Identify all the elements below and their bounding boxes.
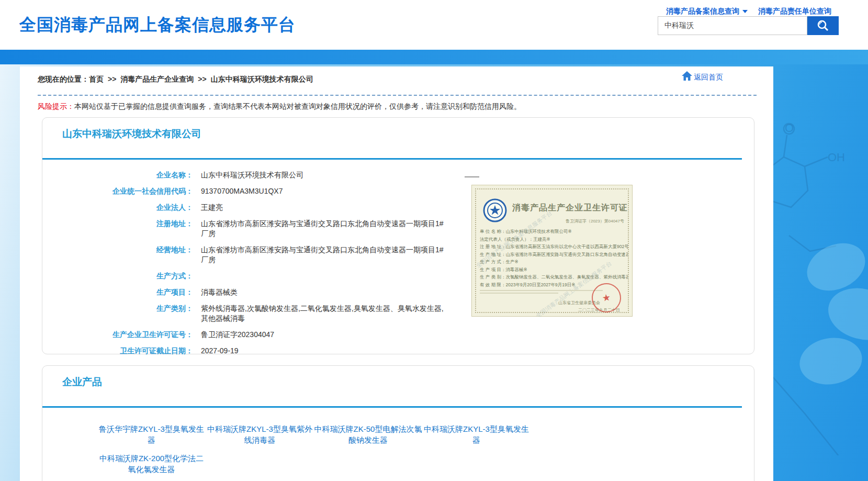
header-band bbox=[0, 50, 868, 64]
certificate-line: 生 产 类 别：次氯酸钠发生器、二氧化氯发生器、臭氧发生器、紫外线消毒器※ bbox=[480, 273, 628, 281]
field-label: 企业统一社会信用代码： bbox=[42, 186, 193, 196]
back-home-label: 返回首页 bbox=[694, 73, 723, 81]
products-card-title: 企业产品 bbox=[62, 375, 102, 389]
field-value: 消毒器械类 bbox=[201, 287, 238, 297]
breadcrumb-company-query-link[interactable]: 消毒产品生产企业查询 bbox=[120, 75, 194, 83]
field-value: 王建亮 bbox=[201, 203, 223, 212]
field-label: 生产项目： bbox=[42, 287, 193, 297]
product-link[interactable]: 中科瑞沃牌ZKYL-3型臭氧发生器 bbox=[422, 423, 531, 445]
certificate-line: 单 位 名 称：山东中科瑞沃环境技术有限公司※ bbox=[480, 228, 628, 236]
scan-dash-artifact bbox=[465, 176, 479, 177]
field-label: 卫生许可证截止日期： bbox=[42, 346, 193, 356]
field-row-production-category: 生产类别： 紫外线消毒器,次氯酸钠发生器,二氧化氯发生器,臭氧发生器、臭氧水发生… bbox=[42, 300, 467, 327]
company-info-card: 山东中科瑞沃环境技术有限公司 企业名称： 山东中科瑞沃环境技术有限公司 企业统一… bbox=[42, 117, 754, 354]
main-content: 您现在的位置：首页>>消毒产品生产企业查询>>山东中科瑞沃环境技术有限公司 返回… bbox=[20, 66, 773, 481]
search-button[interactable] bbox=[807, 16, 839, 35]
certificate-fineprint bbox=[480, 293, 558, 294]
home-icon bbox=[681, 71, 693, 81]
product-link[interactable]: 中科瑞沃牌ZK-50型电解法次氯酸钠发生器 bbox=[314, 423, 422, 445]
dashed-divider bbox=[38, 95, 757, 96]
national-emblem-icon bbox=[483, 198, 507, 222]
field-row-production-mode: 生产方式： bbox=[42, 268, 467, 284]
certificate-line: 生 产 地 址：山东省潍坊市高新区潍安路与宝通街交叉路口东北角自动变速器一期项目… bbox=[480, 251, 628, 259]
nav-link-label: 消毒产品责任单位查询 bbox=[758, 7, 831, 16]
site-header: 全国消毒产品网上备案信息服务平台 消毒产品备案信息查询 消毒产品责任单位查询 bbox=[0, 0, 868, 50]
field-value: 山东中科瑞沃环境技术有限公司 bbox=[201, 170, 303, 180]
breadcrumb-separator: >> bbox=[194, 75, 210, 83]
product-link[interactable]: 鲁沃华宇牌ZKYL-3型臭氧发生器 bbox=[97, 423, 206, 445]
field-value: 91370700MA3M3U1QX7 bbox=[201, 186, 283, 196]
site-title: 全国消毒产品网上备案信息服务平台 bbox=[19, 14, 296, 37]
field-value: 鲁卫消证字202304047 bbox=[201, 330, 274, 340]
field-label: 企业名称： bbox=[42, 170, 193, 180]
page: O OH 全国消毒产品网上备案信息服务平台 消毒产品备案信息查询 消毒产品责任单… bbox=[0, 0, 868, 481]
hygiene-license-certificate-image: 全国消毒产品网上备案信息服务平台 全国消毒产品网上备案信息服务平台 消毒产品生产… bbox=[471, 185, 633, 317]
field-row-license-expiry: 卫生许可证截止日期： 2027-09-19 bbox=[42, 343, 467, 359]
product-link-list: 鲁沃华宇牌ZKYL-3型臭氧发生器 中科瑞沃牌ZKYL-3型臭氧紫外线消毒器 中… bbox=[97, 423, 535, 481]
company-products-card: 企业产品 鲁沃华宇牌ZKYL-3型臭氧发生器 中科瑞沃牌ZKYL-3型臭氧紫外线… bbox=[42, 365, 754, 481]
field-row-credit-code: 企业统一社会信用代码： 91370700MA3M3U1QX7 bbox=[42, 183, 467, 199]
risk-notice-text: 本网站仅基于已掌握的信息提供查询服务，查询结果不代表本网站对被查询对象信用状况的… bbox=[74, 102, 521, 110]
top-nav: 消毒产品备案信息查询 消毒产品责任单位查询 bbox=[666, 7, 831, 16]
chevron-down-icon bbox=[742, 10, 748, 13]
field-row-registered-address: 注册地址： 山东省潍坊市高新区潍安路与宝通街交叉路口东北角自动变速器一期项目1#… bbox=[42, 216, 467, 242]
field-label: 注册地址： bbox=[42, 219, 193, 229]
field-label: 生产企业卫生许可证号： bbox=[42, 330, 193, 340]
field-row-business-address: 经营地址： 山东省潍坊市高新区潍安路与宝通街交叉路口东北角自动变速器一期项目1#… bbox=[42, 242, 467, 268]
field-row-production-project: 生产项目： 消毒器械类 bbox=[42, 284, 467, 300]
risk-notice: 风险提示：本网站仅基于已掌握的信息提供查询服务，查询结果不代表本网站对被查询对象… bbox=[38, 102, 521, 111]
card-title-rule bbox=[42, 406, 742, 408]
breadcrumb-home-link[interactable]: 首页 bbox=[89, 75, 104, 83]
nav-link-label: 消毒产品备案信息查询 bbox=[666, 7, 739, 16]
certificate-line: 生 产 项 目：消毒器械※ bbox=[480, 266, 628, 274]
risk-notice-label: 风险提示： bbox=[38, 102, 74, 110]
breadcrumb-prefix: 您现在的位置： bbox=[38, 75, 89, 83]
field-label: 生产方式： bbox=[42, 271, 193, 281]
field-row-company-name: 企业名称： 山东中科瑞沃环境技术有限公司 bbox=[42, 167, 467, 183]
certificate-line: 生 产 方 式：生产※ bbox=[480, 258, 628, 266]
certificate-body: 单 位 名 称：山东中科瑞沃环境技术有限公司※ 法定代表人（或负责人）：王建亮※… bbox=[480, 228, 628, 288]
field-label: 经营地址： bbox=[42, 245, 193, 255]
certificate-line: 注 册 地 址：山东省潍坊高新区玉清东街以北中心次干道以西高新大厦902号科苑 bbox=[480, 243, 628, 251]
field-value: 山东省潍坊市高新区潍安路与宝通街交叉路口东北角自动变速器一期项目1#厂房 bbox=[201, 245, 446, 265]
product-link[interactable]: 中科瑞沃牌ZK-200型化学法二氧化氯发生器 bbox=[97, 453, 206, 475]
company-fields: 企业名称： 山东中科瑞沃环境技术有限公司 企业统一社会信用代码： 9137070… bbox=[42, 167, 467, 359]
field-row-legal-person: 企业法人： 王建亮 bbox=[42, 199, 467, 216]
card-title-rule bbox=[42, 158, 742, 160]
product-link[interactable]: 中科瑞沃牌ZKYL-3型臭氧紫外线消毒器 bbox=[206, 423, 314, 445]
field-value: 2027-09-19 bbox=[201, 346, 239, 356]
back-home-link[interactable]: 返回首页 bbox=[681, 71, 723, 81]
field-label: 生产类别： bbox=[42, 304, 193, 314]
field-label: 企业法人： bbox=[42, 203, 193, 212]
search-input[interactable] bbox=[658, 16, 807, 35]
breadcrumb-separator: >> bbox=[104, 75, 120, 83]
field-value: 山东省潍坊市高新区潍安路与宝通街交叉路口东北角自动变速器一期项目1#厂房 bbox=[201, 219, 446, 239]
magnifier-icon bbox=[816, 19, 830, 32]
nav-link-record-info-query[interactable]: 消毒产品备案信息查询 bbox=[666, 7, 748, 16]
field-row-license-number: 生产企业卫生许可证号： 鲁卫消证字202304047 bbox=[42, 327, 467, 343]
certificate-title: 消毒产品生产企业卫生许可证 bbox=[512, 203, 628, 214]
certificate-fineprint bbox=[480, 290, 603, 291]
certificate-number: 鲁卫消证字（2023）第04047号 bbox=[566, 218, 624, 224]
nav-link-responsible-unit-query[interactable]: 消毒产品责任单位查询 bbox=[758, 7, 831, 16]
field-value: 紫外线消毒器,次氯酸钠发生器,二氧化氯发生器,臭氧发生器、臭氧水发生器,其他器械… bbox=[201, 304, 446, 323]
breadcrumb: 您现在的位置：首页>>消毒产品生产企业查询>>山东中科瑞沃环境技术有限公司 bbox=[38, 75, 313, 84]
certificate-line: 法定代表人（或负责人）：王建亮※ bbox=[480, 236, 628, 243]
company-card-title: 山东中科瑞沃环境技术有限公司 bbox=[62, 127, 201, 141]
breadcrumb-current: 山东中科瑞沃环境技术有限公司 bbox=[211, 75, 313, 83]
